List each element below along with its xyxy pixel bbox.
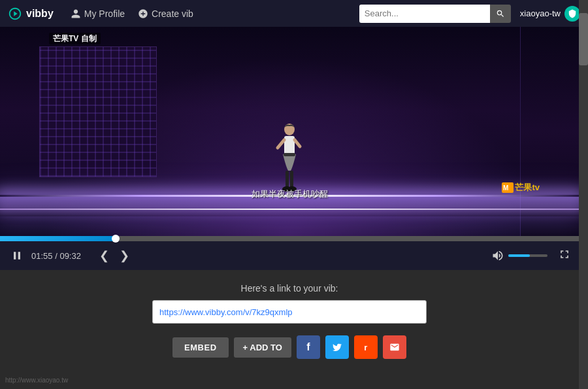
volume-bar[interactable] <box>508 254 547 257</box>
stage-lights-floor <box>0 209 579 210</box>
twitter-icon <box>332 342 342 352</box>
svg-line-8 <box>295 140 300 146</box>
video-frame[interactable]: 芒果TV 自制 M 芒果tv 如果半夜被手机吵醒 <box>0 27 579 236</box>
avatar <box>564 6 580 22</box>
addto-button[interactable]: + ADD TO <box>234 337 291 358</box>
volume-icon <box>491 249 504 262</box>
reddit-share-button[interactable]: r <box>354 335 378 359</box>
my-profile-label: My Profile <box>84 8 125 19</box>
search-input[interactable] <box>359 5 490 23</box>
led-wall <box>39 46 157 177</box>
progress-fill <box>0 236 116 241</box>
pause-icon <box>10 249 24 262</box>
create-vib-label: Create vib <box>152 8 193 19</box>
actions-row: EMBED + ADD TO f r <box>172 335 406 359</box>
controls-bar: 01:55 / 09:32 ❮ ❯ <box>0 241 579 270</box>
vibby-logo-icon <box>8 7 22 21</box>
create-vib-link[interactable]: Create vib <box>131 0 200 27</box>
username-label: xiaoyao-tw <box>520 8 561 18</box>
search-icon <box>496 9 505 18</box>
vib-link-label: Here's a link to your vib: <box>241 283 338 294</box>
subtitle: 如果半夜被手机吵醒 <box>252 188 328 200</box>
bottom-section: Here's a link to your vib: EMBED + ADD T… <box>0 270 579 369</box>
email-share-button[interactable] <box>383 335 406 359</box>
reddit-icon: r <box>364 343 367 352</box>
fullscreen-icon <box>558 248 571 261</box>
svg-text:M: M <box>503 184 508 192</box>
logo-text: vibby <box>26 8 54 20</box>
svg-rect-2 <box>284 153 295 156</box>
volume-section <box>491 249 547 262</box>
channel-watermark-tl: 芒果TV 自制 <box>49 33 101 44</box>
prev-button[interactable]: ❮ <box>95 247 113 264</box>
next-button[interactable]: ❯ <box>116 247 133 264</box>
navbar: vibby My Profile Create vib xiaoyao-tw <box>0 0 588 27</box>
shield-icon <box>568 9 577 18</box>
facebook-icon: f <box>306 341 310 353</box>
my-profile-link[interactable]: My Profile <box>64 0 131 27</box>
twitter-share-button[interactable] <box>325 335 349 359</box>
user-icon <box>71 8 81 19</box>
svg-rect-3 <box>286 171 289 189</box>
volume-fill <box>508 254 530 257</box>
mango-tv-icon: M <box>502 182 514 193</box>
addto-label: + ADD TO <box>243 343 282 352</box>
user-menu[interactable]: xiaoyao-tw <box>520 6 580 22</box>
facebook-share-button[interactable]: f <box>297 335 320 359</box>
scrollbar[interactable] <box>579 0 588 389</box>
svg-rect-4 <box>290 171 293 189</box>
svg-line-7 <box>278 140 284 148</box>
video-container: 芒果TV 自制 M 芒果tv 如果半夜被手机吵醒 <box>0 27 579 270</box>
page-watermark: http://www.xiaoyao.tw <box>5 377 68 384</box>
scrollbar-thumb[interactable] <box>579 13 588 65</box>
embed-button[interactable]: EMBED <box>172 337 228 358</box>
vib-url-input[interactable] <box>152 300 427 324</box>
fullscreen-button[interactable] <box>558 248 571 263</box>
email-icon <box>389 342 400 352</box>
plus-circle-icon <box>138 8 148 19</box>
nav-arrows: ❮ ❯ <box>95 247 133 264</box>
main-content: 芒果TV 自制 M 芒果tv 如果半夜被手机吵醒 <box>0 27 579 376</box>
search-button[interactable] <box>490 5 511 23</box>
channel-watermark-br: M 芒果tv <box>502 182 540 194</box>
pause-button[interactable] <box>8 246 26 265</box>
search-container <box>359 5 511 23</box>
progress-bar[interactable] <box>0 236 579 241</box>
svg-rect-1 <box>284 136 295 154</box>
time-display: 01:55 / 09:32 <box>31 251 90 261</box>
logo[interactable]: vibby <box>8 7 54 21</box>
